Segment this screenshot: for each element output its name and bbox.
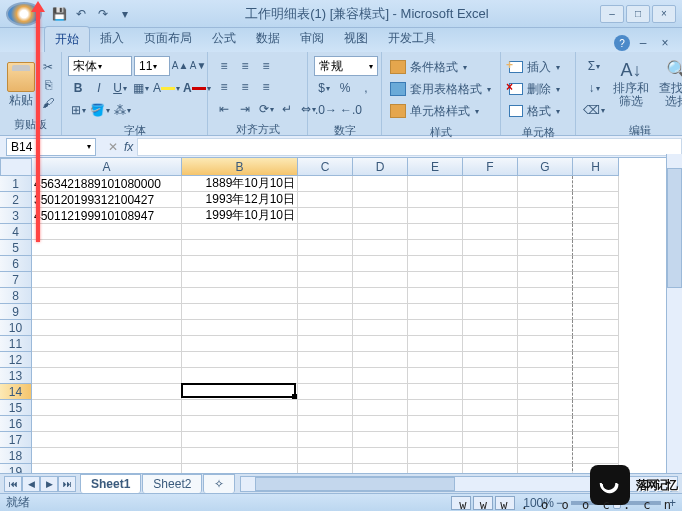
fill-icon[interactable]: 🪣▾ bbox=[89, 100, 111, 120]
cell[interactable] bbox=[353, 320, 408, 336]
format-as-table-button[interactable]: 套用表格格式▾ bbox=[388, 78, 494, 100]
paste-button[interactable]: 粘贴 bbox=[9, 92, 33, 109]
cell[interactable] bbox=[463, 448, 518, 464]
paste-icon[interactable] bbox=[7, 62, 35, 92]
cell[interactable] bbox=[298, 192, 353, 208]
cell[interactable] bbox=[518, 336, 573, 352]
cell[interactable] bbox=[408, 320, 463, 336]
cell[interactable] bbox=[32, 352, 182, 368]
cell[interactable] bbox=[353, 336, 408, 352]
cell[interactable] bbox=[298, 384, 353, 400]
cell[interactable] bbox=[518, 256, 573, 272]
column-header[interactable]: D bbox=[353, 158, 408, 176]
cancel-fx-icon[interactable]: ✕ bbox=[108, 140, 118, 154]
cell[interactable] bbox=[408, 352, 463, 368]
font-size-combo[interactable]: 11▾ bbox=[134, 56, 170, 76]
cell[interactable] bbox=[182, 272, 298, 288]
cell[interactable]: 1889年10月10日 bbox=[182, 176, 298, 192]
decrease-indent-icon[interactable]: ⇤ bbox=[214, 99, 234, 119]
column-header[interactable]: A bbox=[32, 158, 182, 176]
cell[interactable] bbox=[463, 432, 518, 448]
cell[interactable] bbox=[182, 448, 298, 464]
column-header[interactable]: G bbox=[518, 158, 573, 176]
sheet-tab[interactable]: Sheet1 bbox=[80, 474, 141, 493]
cell[interactable] bbox=[408, 432, 463, 448]
cell[interactable] bbox=[353, 272, 408, 288]
fill-down-icon[interactable]: ↓▾ bbox=[582, 78, 606, 98]
cell[interactable] bbox=[298, 320, 353, 336]
row-header[interactable]: 18 bbox=[0, 448, 32, 464]
cell[interactable] bbox=[573, 336, 619, 352]
minimize-button[interactable]: – bbox=[600, 5, 624, 23]
cell[interactable] bbox=[182, 400, 298, 416]
cell[interactable] bbox=[32, 448, 182, 464]
cell[interactable] bbox=[182, 240, 298, 256]
cell[interactable] bbox=[298, 240, 353, 256]
cell[interactable] bbox=[573, 432, 619, 448]
row-header[interactable]: 9 bbox=[0, 304, 32, 320]
cell[interactable] bbox=[573, 320, 619, 336]
first-sheet-icon[interactable]: ⏮ bbox=[4, 476, 22, 492]
cell[interactable] bbox=[573, 416, 619, 432]
cell-styles-button[interactable]: 单元格样式▾ bbox=[388, 100, 494, 122]
cell[interactable] bbox=[573, 384, 619, 400]
cell[interactable] bbox=[182, 288, 298, 304]
last-sheet-icon[interactable]: ⏭ bbox=[58, 476, 76, 492]
cell[interactable] bbox=[408, 368, 463, 384]
cell[interactable] bbox=[463, 176, 518, 192]
cell[interactable] bbox=[353, 176, 408, 192]
cell[interactable] bbox=[463, 384, 518, 400]
cell[interactable] bbox=[518, 384, 573, 400]
number-format-combo[interactable]: 常规▾ bbox=[314, 56, 378, 76]
cell[interactable] bbox=[463, 400, 518, 416]
cell[interactable] bbox=[518, 416, 573, 432]
cell[interactable] bbox=[182, 352, 298, 368]
cell[interactable] bbox=[518, 368, 573, 384]
fx-icon[interactable]: fx bbox=[124, 140, 133, 154]
ribbon-tab-1[interactable]: 插入 bbox=[90, 26, 134, 52]
insert-button[interactable]: 插入▾ bbox=[507, 56, 569, 78]
row-header[interactable]: 12 bbox=[0, 352, 32, 368]
cell[interactable] bbox=[573, 208, 619, 224]
ribbon-tab-7[interactable]: 开发工具 bbox=[378, 26, 446, 52]
cell[interactable] bbox=[32, 320, 182, 336]
format-button[interactable]: 格式▾ bbox=[507, 100, 569, 122]
column-header[interactable]: E bbox=[408, 158, 463, 176]
row-header[interactable]: 3 bbox=[0, 208, 32, 224]
cell[interactable] bbox=[573, 304, 619, 320]
cell[interactable] bbox=[298, 352, 353, 368]
help-icon[interactable]: ? bbox=[614, 35, 630, 51]
cell[interactable] bbox=[298, 176, 353, 192]
ribbon-tab-4[interactable]: 数据 bbox=[246, 26, 290, 52]
row-header[interactable]: 14 bbox=[0, 384, 32, 400]
cell[interactable] bbox=[298, 432, 353, 448]
cell[interactable] bbox=[518, 352, 573, 368]
cell[interactable] bbox=[32, 256, 182, 272]
cell[interactable] bbox=[408, 304, 463, 320]
cell[interactable] bbox=[573, 448, 619, 464]
cell[interactable] bbox=[182, 320, 298, 336]
cell[interactable] bbox=[408, 256, 463, 272]
cell[interactable]: 450112199910108947 bbox=[32, 208, 182, 224]
cell[interactable] bbox=[298, 416, 353, 432]
clear-icon[interactable]: ⌫▾ bbox=[582, 100, 606, 120]
ribbon-min-icon[interactable]: – bbox=[634, 34, 652, 52]
cell[interactable]: 1999年10月10日 bbox=[182, 208, 298, 224]
phonetic-icon[interactable]: ⁂▾ bbox=[112, 100, 132, 120]
bold-button[interactable]: B bbox=[68, 78, 88, 98]
row-header[interactable]: 17 bbox=[0, 432, 32, 448]
cell[interactable] bbox=[518, 288, 573, 304]
cell[interactable] bbox=[32, 272, 182, 288]
borders-icon[interactable]: ⊞▾ bbox=[68, 100, 88, 120]
qat-dropdown-icon[interactable]: ▾ bbox=[116, 5, 134, 23]
worksheet-grid[interactable]: ABCDEFGH 12345678910111213141516171819 4… bbox=[0, 158, 682, 477]
cell[interactable] bbox=[298, 272, 353, 288]
cut-icon[interactable]: ✂ bbox=[39, 59, 57, 75]
cell[interactable] bbox=[298, 288, 353, 304]
decrease-decimal-icon[interactable]: ←.0 bbox=[339, 100, 363, 120]
row-header[interactable]: 6 bbox=[0, 256, 32, 272]
wrap-text-icon[interactable]: ↵ bbox=[277, 99, 297, 119]
row-header[interactable]: 7 bbox=[0, 272, 32, 288]
font-name-combo[interactable]: 宋体▾ bbox=[68, 56, 132, 76]
cell[interactable]: 1993年12月10日 bbox=[182, 192, 298, 208]
